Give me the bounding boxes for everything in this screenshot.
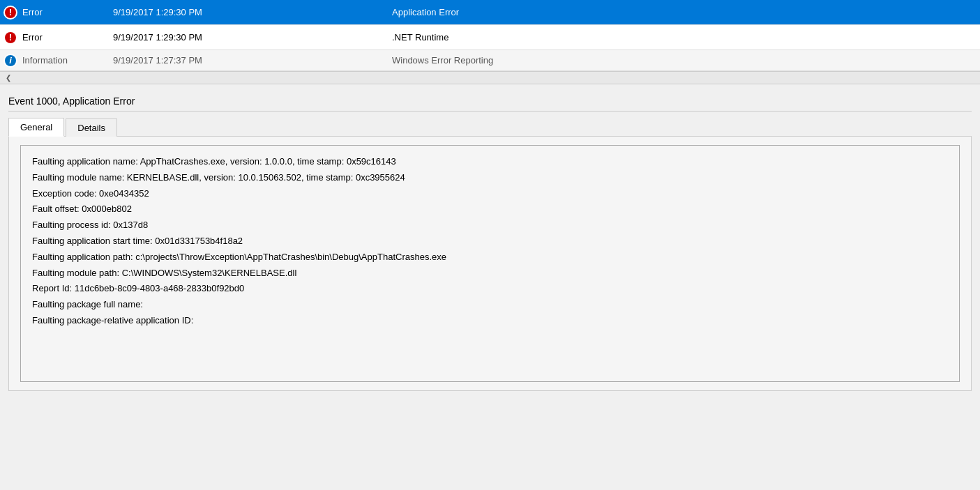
detail-line: Exception code: 0xe0434352: [32, 186, 948, 202]
detail-line: Faulting application start time: 0x01d33…: [32, 233, 948, 250]
error-icon-1: !: [3, 5, 18, 20]
tabs-container: General Details: [8, 117, 972, 137]
detail-line: Faulting package full name:: [32, 297, 948, 313]
source-2: .NET Runtime: [392, 32, 977, 43]
detail-line: Fault offset: 0x000eb802: [32, 201, 948, 217]
tab-general[interactable]: General: [8, 118, 64, 137]
detail-panel: Event 1000, Application Error General De…: [0, 84, 980, 391]
detail-title: Event 1000, Application Error: [8, 90, 972, 112]
scroll-left-arrow[interactable]: ❮: [3, 72, 14, 83]
error-icon-2: !: [3, 30, 18, 45]
level-3: Information: [22, 55, 113, 66]
content-area: Faulting application name: AppThatCrashe…: [8, 137, 972, 391]
event-row-1[interactable]: ! Error 9/19/2017 1:29:30 PM Application…: [0, 0, 980, 25]
event-row-3[interactable]: i Information 9/19/2017 1:27:37 PM Windo…: [0, 50, 980, 71]
detail-line: Report Id: 11dc6beb-8c09-4803-a468-2833b…: [32, 281, 948, 297]
tab-details[interactable]: Details: [66, 118, 117, 137]
date-3: 9/19/2017 1:27:37 PM: [113, 55, 392, 66]
date-1: 9/19/2017 1:29:30 PM: [113, 7, 392, 17]
detail-line: Faulting package-relative application ID…: [32, 313, 948, 329]
event-list: ! Error 9/19/2017 1:29:30 PM Application…: [0, 0, 980, 72]
detail-line: Faulting application name: AppThatCrashe…: [32, 154, 948, 170]
detail-line: Faulting application path: c:\projects\T…: [32, 250, 948, 266]
level-2: Error: [22, 32, 113, 43]
event-detail-box: Faulting application name: AppThatCrashe…: [20, 145, 960, 382]
info-icon-3: i: [3, 53, 18, 68]
level-1: Error: [22, 7, 113, 17]
source-3: Windows Error Reporting: [392, 55, 977, 66]
source-1: Application Error: [392, 7, 977, 17]
detail-line: Faulting process id: 0x137d8: [32, 217, 948, 233]
event-row-2[interactable]: ! Error 9/19/2017 1:29:30 PM .NET Runtim…: [0, 25, 980, 50]
detail-line: Faulting module path: C:\WINDOWS\System3…: [32, 266, 948, 282]
scrollbar-row: ❮: [0, 72, 980, 84]
date-2: 9/19/2017 1:29:30 PM: [113, 32, 392, 43]
detail-line: Faulting module name: KERNELBASE.dll, ve…: [32, 170, 948, 186]
